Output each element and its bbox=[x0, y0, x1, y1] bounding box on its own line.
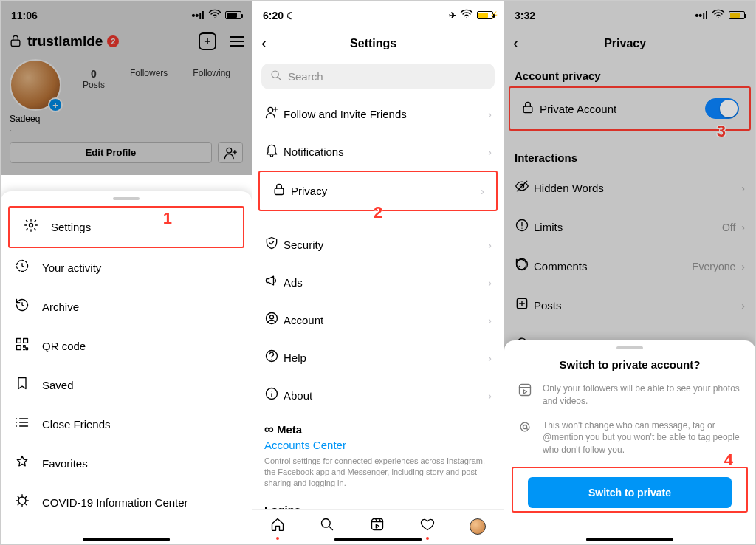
search-input[interactable]: Search bbox=[261, 64, 495, 89]
profile-header: trustlamide 2 + bbox=[1, 27, 252, 56]
wifi-icon bbox=[207, 7, 222, 24]
chevron-right-icon: › bbox=[488, 315, 492, 326]
signal-icon: ••ıl bbox=[695, 10, 708, 21]
battery-icon bbox=[729, 11, 745, 19]
edit-profile-button[interactable]: Edit Profile bbox=[10, 142, 212, 163]
person-plus-icon bbox=[264, 105, 284, 123]
menu-item-settings[interactable]: Settings bbox=[8, 206, 244, 248]
chevron-right-icon: › bbox=[741, 182, 745, 194]
display-name: Sadeeq bbox=[1, 111, 252, 124]
tab-profile[interactable] bbox=[470, 518, 486, 535]
qrcode-icon bbox=[14, 337, 30, 355]
settings-row-notifications[interactable]: Notifications › bbox=[252, 133, 504, 171]
profile-stats[interactable]: 0Posts Followers Following bbox=[70, 68, 243, 90]
menu-item-saved[interactable]: Saved bbox=[1, 366, 252, 405]
settings-row-follow[interactable]: Follow and Invite Friends › bbox=[252, 95, 504, 133]
username[interactable]: trustlamide bbox=[27, 33, 103, 49]
avatar[interactable]: + bbox=[10, 59, 61, 111]
menu-item-archive[interactable]: Archive bbox=[1, 287, 252, 326]
home-indicator bbox=[586, 538, 673, 541]
menu-item-qrcode[interactable]: QR code bbox=[1, 326, 252, 366]
tab-activity[interactable] bbox=[420, 517, 435, 535]
bell-icon bbox=[264, 143, 284, 161]
chevron-right-icon: › bbox=[488, 277, 492, 289]
dnd-icon: ☾ bbox=[286, 10, 295, 21]
screen-privacy: 3:32 ••ıl ‹ Privacy Account privacy Priv… bbox=[504, 1, 755, 544]
menu-item-covid[interactable]: COVID-19 Information Center bbox=[1, 483, 252, 522]
accounts-center-link[interactable]: Accounts Center bbox=[264, 437, 492, 456]
status-time: 11:06 bbox=[11, 10, 191, 21]
chevron-right-icon: › bbox=[488, 390, 492, 402]
menu-item-activity[interactable]: Your activity bbox=[1, 248, 252, 287]
svg-point-9 bbox=[268, 107, 273, 112]
tab-home[interactable] bbox=[270, 517, 285, 535]
drag-handle[interactable] bbox=[616, 346, 643, 349]
page-title: Settings bbox=[252, 37, 495, 50]
home-indicator bbox=[83, 538, 170, 541]
annotation-step-3: 3 bbox=[717, 122, 726, 141]
bookmark-icon bbox=[14, 376, 30, 394]
lock-icon bbox=[8, 33, 23, 50]
menu-item-close-friends[interactable]: Close Friends bbox=[1, 405, 252, 444]
eye-off-icon bbox=[515, 179, 534, 197]
hamburger-menu-sheet: Settings 1 Your activity Archive QR code… bbox=[1, 191, 252, 544]
tab-reels[interactable] bbox=[370, 517, 385, 535]
row-private-account[interactable]: Private Account bbox=[509, 86, 751, 131]
screen-profile-menu: 11:06 ••ıl trustlamide 2 + bbox=[1, 1, 252, 544]
drag-handle[interactable] bbox=[113, 197, 140, 200]
wifi-icon bbox=[711, 7, 726, 24]
tab-search[interactable] bbox=[320, 517, 334, 535]
svg-rect-4 bbox=[17, 339, 21, 343]
menu-button[interactable] bbox=[230, 36, 244, 47]
battery-charging-icon: ⚡ bbox=[477, 11, 493, 19]
chevron-right-icon: › bbox=[741, 261, 745, 272]
page-title: Privacy bbox=[504, 37, 746, 50]
create-post-button[interactable]: + bbox=[199, 32, 216, 50]
chevron-right-icon: › bbox=[488, 239, 492, 251]
row-hidden-words[interactable]: Hidden Words › bbox=[504, 168, 755, 208]
profile-background-dimmed: 11:06 ••ıl trustlamide 2 + bbox=[1, 1, 252, 175]
settings-row-security[interactable]: Security › bbox=[252, 226, 504, 264]
row-comments[interactable]: Comments Everyone › bbox=[504, 247, 755, 286]
search-icon bbox=[270, 69, 282, 83]
plus-square-icon bbox=[515, 296, 534, 315]
meta-logo: ∞ Meta bbox=[264, 422, 492, 437]
add-story-icon[interactable]: + bbox=[48, 97, 63, 112]
row-posts[interactable]: Posts › bbox=[504, 286, 755, 325]
airplane-icon: ✈ bbox=[449, 10, 456, 21]
chevron-right-icon: › bbox=[488, 146, 492, 158]
annotation-step-1: 1 bbox=[163, 209, 172, 228]
sheet-info-2: This won't change who can message, tag o… bbox=[504, 415, 755, 464]
lock-icon bbox=[520, 100, 540, 118]
svg-rect-5 bbox=[24, 339, 28, 343]
help-icon bbox=[264, 349, 284, 367]
settings-row-about[interactable]: About › bbox=[252, 377, 504, 414]
svg-point-1 bbox=[227, 148, 232, 153]
chevron-right-icon: › bbox=[481, 185, 484, 197]
section-header-account-privacy: Account privacy bbox=[504, 61, 755, 86]
menu-label: COVID-19 Information Center bbox=[42, 496, 188, 509]
settings-row-ads[interactable]: Ads › bbox=[252, 264, 504, 301]
wifi-icon bbox=[459, 7, 474, 24]
menu-label: Settings bbox=[51, 221, 91, 233]
meta-section: ∞ Meta Accounts Center Control settings … bbox=[252, 414, 504, 493]
menu-item-favorites[interactable]: Favorites bbox=[1, 444, 252, 483]
chevron-right-icon: › bbox=[488, 109, 492, 120]
comment-icon bbox=[515, 257, 534, 275]
private-account-toggle[interactable] bbox=[705, 98, 739, 119]
svg-rect-0 bbox=[11, 40, 20, 46]
row-limits[interactable]: Limits Off › bbox=[504, 208, 755, 247]
menu-label: Favorites bbox=[42, 457, 88, 470]
discover-people-button[interactable] bbox=[218, 142, 243, 163]
svg-point-25 bbox=[523, 425, 527, 428]
menu-label: Close Friends bbox=[42, 418, 111, 431]
switch-to-private-button[interactable]: Switch to private bbox=[528, 477, 732, 508]
menu-label: Saved bbox=[42, 379, 74, 391]
settings-row-account[interactable]: Account › bbox=[252, 301, 504, 339]
annotation-step-2: 2 bbox=[374, 203, 382, 222]
chevron-right-icon: › bbox=[741, 300, 745, 312]
notification-badge: 2 bbox=[107, 35, 119, 47]
svg-rect-17 bbox=[523, 106, 532, 112]
settings-row-help[interactable]: Help › bbox=[252, 339, 504, 377]
chevron-right-icon: › bbox=[488, 352, 492, 364]
